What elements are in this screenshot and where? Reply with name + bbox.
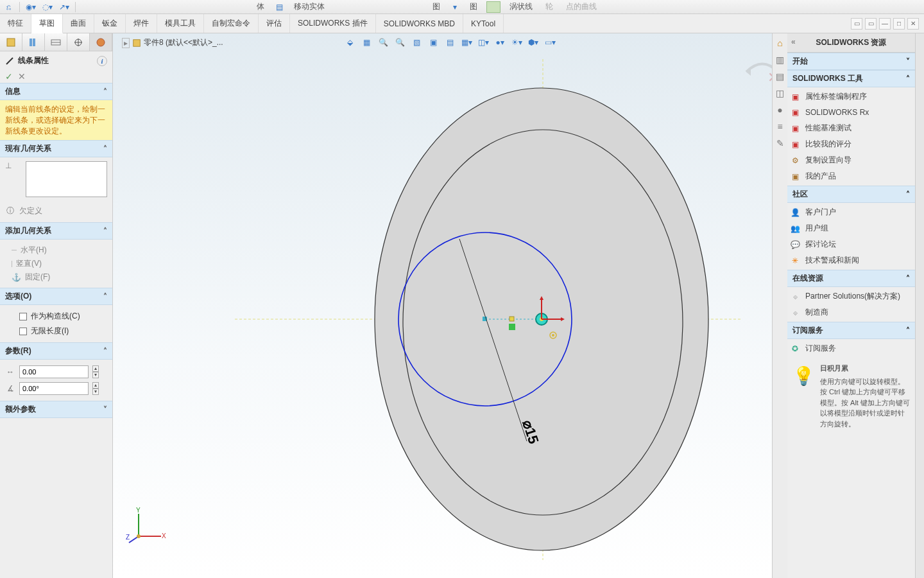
tab-kytool[interactable]: KYTool: [463, 14, 504, 33]
res-section-online[interactable]: 在线资源 ˄: [787, 270, 915, 287]
dropdown-icon[interactable]: ▾: [449, 1, 461, 13]
cancel-button[interactable]: ✕: [18, 71, 26, 82]
relation-horizontal[interactable]: 水平(H): [5, 243, 107, 257]
param-angle-input[interactable]: [19, 382, 89, 395]
tab-evaluate[interactable]: 评估: [259, 14, 290, 33]
res-item[interactable]: 💬探讨论坛: [790, 239, 912, 250]
info-icon: ⓘ: [5, 206, 15, 216]
res-section-community[interactable]: 社区 ˄: [787, 186, 915, 203]
pm-section-params[interactable]: 参数(R) ˄: [0, 342, 112, 360]
tab-sheetmetal[interactable]: 钣金: [94, 14, 126, 33]
res-section-tools[interactable]: SOLIDWORKS 工具 ˄: [787, 70, 915, 87]
tip-body: 使用方向键可以旋转模型。按 Ctrl 键加上方向键可平移模型。按 Alt 键加上…: [820, 376, 910, 430]
win-close[interactable]: ✕: [907, 18, 919, 30]
option-construction[interactable]: 作为构造线(C): [5, 309, 107, 324]
res-item[interactable]: ▣属性标签编制程序: [790, 91, 912, 102]
svg-point-28: [552, 334, 554, 337]
res-section-subscribe[interactable]: 订阅服务 ˄: [787, 322, 915, 339]
tab-macro[interactable]: 自制宏命令: [204, 14, 259, 33]
chevron-up-icon: ˄: [103, 144, 107, 153]
orientation-triad[interactable]: Y X Z: [126, 507, 164, 546]
pm-tab-config[interactable]: [22, 33, 45, 51]
chevron-up-icon: ˄: [103, 347, 107, 356]
taskpane-home-icon[interactable]: ⌂: [774, 37, 786, 49]
tip-title: 日积月累: [820, 363, 910, 374]
res-item[interactable]: ⟐制造商: [790, 307, 912, 318]
win-btn[interactable]: ▭: [865, 18, 877, 30]
help-icon[interactable]: i: [97, 56, 107, 66]
relation-vertical[interactable]: 竖直(V): [5, 257, 107, 270]
chevron-up-icon: ˄: [103, 87, 107, 96]
res-item[interactable]: ▣SOLIDWORKS Rx: [790, 107, 912, 118]
taskpane-appearance-icon[interactable]: ●: [774, 104, 786, 116]
relation-fix[interactable]: ⚓固定(F): [5, 270, 107, 284]
graphics-area[interactable]: ▸ 零件8 (默认<<默认>_... ⬙ ▦ 🔍 🔍 ▧ ▣ ▤ ▦▾ ◫▾ ●…: [113, 33, 787, 578]
spin-down[interactable]: ▾: [92, 389, 99, 395]
pm-tab-dimxpert[interactable]: [67, 33, 90, 51]
res-item[interactable]: ⚙复制设置向导: [790, 155, 912, 166]
param-length-input[interactable]: [19, 365, 89, 378]
res-item[interactable]: ✪订阅服务: [790, 343, 912, 354]
svg-point-8: [97, 39, 105, 46]
tool-icon[interactable]: ⎌: [3, 1, 14, 13]
res-item[interactable]: ✳技术警戒和新闻: [790, 255, 912, 266]
window-controls: ▭ ▭ — □ ✕: [851, 14, 924, 33]
toolbar-label[interactable]: 移动实体: [290, 1, 329, 12]
win-maximize[interactable]: □: [893, 18, 905, 30]
sketch-canvas[interactable]: ⌀15: [113, 33, 742, 560]
toolbar-label[interactable]: 体: [253, 1, 268, 12]
tab-weldments[interactable]: 焊件: [126, 14, 157, 33]
ok-button[interactable]: ✓: [5, 71, 13, 82]
toolbar-label[interactable]: 涡状线: [506, 1, 536, 12]
pm-section-options[interactable]: 选项(O) ˄: [0, 288, 112, 305]
toolbar-label[interactable]: 图: [429, 1, 444, 12]
pm-section-relations[interactable]: 现有几何关系 ˄: [0, 140, 112, 157]
spin-up[interactable]: ▴: [92, 365, 99, 372]
res-item[interactable]: 👥用户组: [790, 223, 912, 234]
ribbon-tabs: 特征 草图 曲面 钣金 焊件 模具工具 自制宏命令 评估 SOLIDWORKS …: [0, 14, 924, 33]
res-item[interactable]: ▣性能基准测试: [790, 123, 912, 134]
option-infinite[interactable]: 无限长度(I): [5, 324, 107, 338]
tab-sketch[interactable]: 草图: [31, 14, 63, 33]
tab-surfaces[interactable]: 曲面: [63, 14, 94, 33]
taskpane-library-icon[interactable]: ▥: [774, 54, 786, 66]
pm-section-info[interactable]: 信息 ˄: [0, 83, 112, 100]
relations-listbox[interactable]: [26, 161, 107, 197]
toolbar-label[interactable]: 点的曲线: [562, 1, 601, 12]
tab-moldtools[interactable]: 模具工具: [157, 14, 204, 33]
tool-icon[interactable]: ◌▾: [42, 1, 53, 13]
toolbar-label[interactable]: 图: [466, 1, 481, 12]
pm-tab-appearance[interactable]: [90, 33, 112, 51]
tool-icon[interactable]: [486, 1, 501, 13]
tab-mbd[interactable]: SOLIDWORKS MBD: [376, 14, 463, 33]
taskpane-view-icon[interactable]: ◫: [774, 87, 786, 99]
res-section-start[interactable]: 开始 ˅: [787, 53, 915, 70]
win-minimize[interactable]: —: [879, 18, 891, 30]
svg-rect-0: [7, 39, 15, 46]
chevron-up-icon: ˄: [906, 274, 910, 283]
win-btn[interactable]: ▭: [851, 18, 862, 30]
users-icon: 👥: [790, 223, 800, 234]
taskpane-props-icon[interactable]: ≡: [774, 121, 786, 132]
pm-section-extra[interactable]: 额外参数 ˅: [0, 401, 112, 418]
tool-icon[interactable]: ◉▾: [25, 1, 37, 13]
spin-up[interactable]: ▴: [92, 382, 99, 389]
toolbar-label[interactable]: 轮: [542, 1, 557, 12]
property-manager: 线条属性 i ✓ ✕ 信息 ˄ 编辑当前线条的设定，绘制一新线条，或选择确定来为…: [0, 33, 113, 578]
taskpane-forum-icon[interactable]: ✎: [774, 137, 786, 149]
collapse-icon[interactable]: «: [791, 37, 796, 46]
tab-features[interactable]: 特征: [0, 14, 31, 33]
pm-tab-display[interactable]: [45, 33, 67, 51]
res-item[interactable]: ⟐Partner Solutions(解决方案): [790, 291, 912, 302]
pm-tab-feature[interactable]: [0, 33, 22, 51]
taskpane-explorer-icon[interactable]: ▤: [774, 71, 786, 82]
spin-down[interactable]: ▾: [92, 372, 99, 378]
tab-addins[interactable]: SOLIDWORKS 插件: [290, 14, 376, 33]
res-item[interactable]: 👤客户门户: [790, 207, 912, 218]
res-item[interactable]: ▣比较我的评分: [790, 139, 912, 150]
pm-tab-strip: [0, 33, 112, 51]
tool-icon[interactable]: ↗▾: [58, 1, 70, 13]
pm-section-add-relations[interactable]: 添加几何关系 ˄: [0, 222, 112, 240]
tool-icon[interactable]: ▤: [273, 1, 285, 13]
res-item[interactable]: ▣我的产品: [790, 171, 912, 182]
